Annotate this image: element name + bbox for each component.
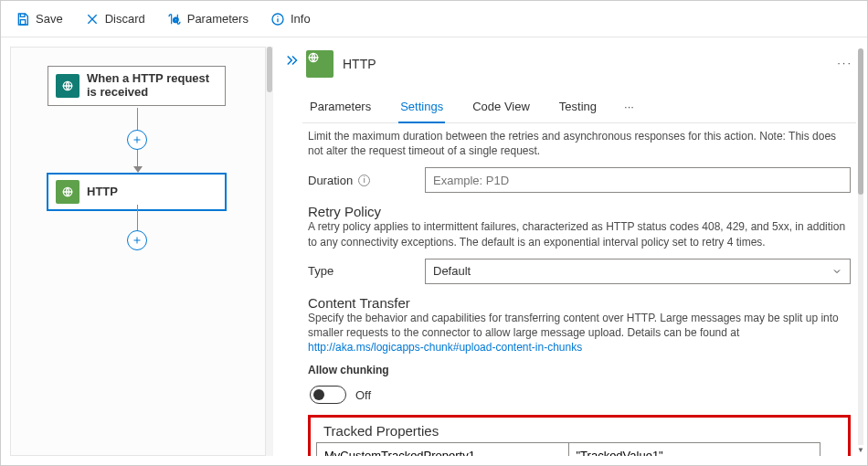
save-label: Save [36,12,63,26]
scrollbar-thumb[interactable] [267,47,272,92]
http-node-title: HTTP [87,185,118,199]
info-icon [270,12,285,26]
edge-segment [137,150,138,166]
trigger-node-title: When a HTTP request is received [87,72,217,100]
parameters-icon: @ [167,12,182,26]
retry-description: A retry policy applies to intermittent f… [308,219,851,249]
parameters-button[interactable]: @ Parameters [164,8,252,30]
chunking-docs-link[interactable]: http://aka.ms/logicapps-chunk#upload-con… [308,341,582,354]
retry-header: Retry Policy [308,204,851,219]
duration-input[interactable] [425,167,851,193]
designer-canvas-pane: When a HTTP request is received HTTP [1,37,275,465]
tab-parameters[interactable]: Parameters [308,90,373,122]
tracked-property-row [317,443,820,456]
parameters-label: Parameters [187,12,249,26]
chevron-down-icon [831,266,842,277]
left-scrollbar[interactable] [266,47,273,456]
save-icon [16,12,30,26]
right-scrollbar[interactable]: ▲ ▼ [856,48,865,454]
retry-type-select[interactable]: Default [425,259,851,284]
top-toolbar: Save Discard @ Parameters Info [1,1,867,37]
tab-code-view[interactable]: Code View [471,90,532,122]
retry-type-label: Type [308,264,418,278]
content-transfer-description: Specify the behavior and capabilities fo… [308,311,851,355]
content-transfer-header: Content Transfer [308,295,851,311]
collapse-panel-button[interactable] [282,47,302,456]
add-action-button[interactable] [127,230,147,250]
tab-overflow-button[interactable]: ··· [624,100,634,113]
tracked-properties-header: Tracked Properties [316,419,842,442]
panel-more-button[interactable]: ··· [837,56,852,69]
request-trigger-icon [56,74,79,98]
info-button[interactable]: Info [267,8,314,30]
http-action-icon [56,180,79,204]
http-action-icon [306,50,333,78]
arrowhead-icon [133,166,143,173]
panel-header: HTTP ··· [302,47,856,85]
tracked-property-key-input[interactable] [317,444,568,456]
svg-text:@: @ [173,16,179,22]
info-label: Info [291,12,311,26]
trigger-node[interactable]: When a HTTP request is received [48,66,226,106]
scrollbar-thumb[interactable] [858,48,863,195]
save-button[interactable]: Save [12,8,67,30]
close-icon [85,12,100,26]
scroll-down-button[interactable]: ▼ [856,445,865,454]
tracked-property-value-input[interactable] [569,444,820,456]
discard-label: Discard [105,12,145,26]
panel-title: HTTP [343,57,376,71]
edge-segment [137,108,138,130]
svg-point-4 [277,16,278,16]
allow-chunking-toggle[interactable] [310,386,346,404]
allow-chunking-label: Allow chunking [308,364,851,376]
tab-settings[interactable]: Settings [398,90,445,122]
tab-bar: Parameters Settings Code View Testing ··… [302,90,856,123]
tracked-properties-section: Tracked Properties [308,415,851,456]
settings-body: Limit the maximum duration between the r… [302,123,856,456]
allow-chunking-value: Off [355,388,371,402]
tab-testing[interactable]: Testing [557,90,598,122]
details-pane: HTTP ··· Parameters Settings Code View T… [275,37,867,465]
edge-segment [137,205,138,230]
duration-label: Duration i [308,174,418,187]
workflow-canvas[interactable]: When a HTTP request is received HTTP [11,48,265,455]
discard-button[interactable]: Discard [81,8,149,30]
add-action-button[interactable] [127,130,147,150]
duration-description: Limit the maximum duration between the r… [308,129,851,158]
svg-rect-0 [20,19,25,24]
info-icon[interactable]: i [358,175,370,186]
delete-tracked-property-button[interactable] [820,442,842,456]
retry-type-value: Default [433,264,471,278]
